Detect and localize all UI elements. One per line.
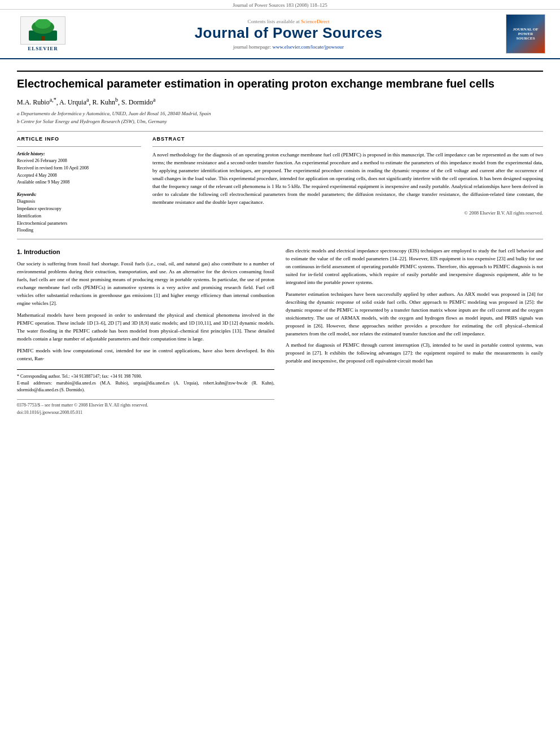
contents-available-text: Contents lists available at (248, 19, 300, 24)
intro-heading: 1. Introduction (17, 247, 274, 257)
keyword-2: Impedance spectroscopy (17, 206, 141, 213)
body-para-right-2: Parameter estimation techniques have bee… (286, 291, 543, 338)
article-meta-row: ARTICLE INFO Article history: Received 2… (17, 136, 543, 234)
author1-name: M.A. Rubio (17, 98, 50, 106)
main-content: Electrochemical parameter estimation in … (0, 59, 560, 427)
article-title: Electrochemical parameter estimation in … (17, 76, 543, 91)
footnote-star: * Corresponding author. Tel.: +34 913887… (17, 373, 274, 380)
keyword-4: Electrochemical parameters (17, 220, 141, 228)
ps-logo: JOURNAL OFPOWERSOURCES (506, 14, 545, 54)
body-para-right-1: dles electric models and electrical impe… (286, 247, 543, 287)
divider-body (17, 239, 543, 239)
revised-date: Received in revised form 10 April 2008 (17, 165, 141, 172)
authors-line: M.A. Rubioa,*, A. Urquiaa, R. Kuhnb, S. … (17, 97, 543, 107)
keyword-3: Identification (17, 213, 141, 220)
keyword-5: Flooding (17, 227, 141, 234)
received-date: Received 26 February 2008 (17, 158, 141, 165)
homepage-label: journal homepage: (233, 44, 271, 50)
article-dates: Received 26 February 2008 Received in re… (17, 158, 141, 186)
footnote-area: * Corresponding author. Tel.: +34 913887… (17, 369, 274, 394)
doi-text: doi:10.1016/j.jpowsour.2008.05.011 (17, 409, 274, 416)
journal-title: Journal of Power Sources (77, 24, 500, 42)
online-date: Available online 9 May 2008 (17, 179, 141, 186)
email-label: E-mail addresses: (17, 381, 52, 386)
body-columns: 1. Introduction Our society is suffering… (17, 247, 543, 416)
issn-text: 0378-7753/$ – see front matter © 2008 El… (17, 402, 148, 409)
journal-homepage: journal homepage: www.elsevier.com/locat… (77, 44, 500, 50)
keyword-1: Diagnosis (17, 198, 141, 206)
affiliation-b: b Centre for Solar Energy and Hydrogen R… (17, 118, 543, 126)
affiliations: a Departamento de Informática y Automáti… (17, 110, 543, 125)
body-col-right: dles electric models and electrical impe… (286, 247, 543, 416)
email-addresses: marubio@dia.uned.es (M.A. Rubio), urquia… (17, 381, 274, 392)
copyright-notice: © 2008 Elsevier B.V. All rights reserved… (152, 210, 543, 216)
author1-sup: a,* (50, 97, 56, 103)
keywords-list: Diagnosis Impedance spectroscopy Identif… (17, 198, 141, 234)
body-para-1: Our society is suffering from fossil fue… (17, 260, 274, 308)
journal-reference: Journal of Power Sources 183 (2008) 118–… (0, 0, 560, 10)
divider-meta (17, 131, 543, 132)
affiliation-a: a Departamento de Informática y Automáti… (17, 110, 543, 118)
abstract-text: A novel methodology for the diagnosis of… (152, 151, 543, 207)
article-info-panel: ARTICLE INFO Article history: Received 2… (17, 136, 141, 234)
keywords-label: Keywords: (17, 192, 141, 197)
ps-logo-area: JOURNAL OFPOWERSOURCES (500, 14, 551, 54)
accepted-date: Accepted 4 May 2008 (17, 172, 141, 180)
elsevier-wordmark: ELSEVIER (28, 46, 58, 51)
journal-header: ELSEVIER Contents lists available at Sci… (0, 10, 560, 59)
author2-name: , A. Urquia (56, 98, 86, 106)
body-para-right-3: A method for diagnosis of PEMFC through … (286, 342, 543, 365)
body-para-3: PEMFC models with low computational cost… (17, 347, 274, 363)
elsevier-logo-area: ELSEVIER (9, 16, 77, 51)
body-para-2: Mathematical models have been proposed i… (17, 312, 274, 343)
article-history-label: Article history: (17, 151, 141, 156)
author4-sup: a (153, 97, 155, 103)
author3-name: , R. Kuhn (89, 98, 115, 106)
journal-reference-text: Journal of Power Sources 183 (2008) 118–… (233, 2, 327, 8)
abstract-heading: ABSTRACT (152, 136, 543, 142)
bottom-bar: 0378-7753/$ – see front matter © 2008 El… (17, 399, 274, 409)
homepage-url: www.elsevier.com/locate/jpowsour (273, 44, 344, 50)
ps-logo-text: JOURNAL OFPOWERSOURCES (513, 27, 539, 41)
footnote-email: E-mail addresses: marubio@dia.uned.es (M… (17, 380, 274, 394)
article-info-heading: ARTICLE INFO (17, 136, 141, 142)
sciencedirect-link: Contents lists available at ScienceDirec… (77, 19, 500, 24)
journal-title-area: Contents lists available at ScienceDirec… (77, 19, 500, 50)
body-col-left: 1. Introduction Our society is suffering… (17, 247, 274, 416)
svg-rect-3 (41, 36, 45, 41)
info-divider (17, 146, 141, 147)
author4-name: , S. Dormido (118, 98, 153, 106)
sciencedirect-text: ScienceDirect (301, 19, 329, 24)
divider-top (17, 71, 543, 72)
abstract-divider (152, 146, 543, 147)
elsevier-logo-box (20, 16, 65, 45)
abstract-panel: ABSTRACT A novel methodology for the dia… (152, 136, 543, 234)
